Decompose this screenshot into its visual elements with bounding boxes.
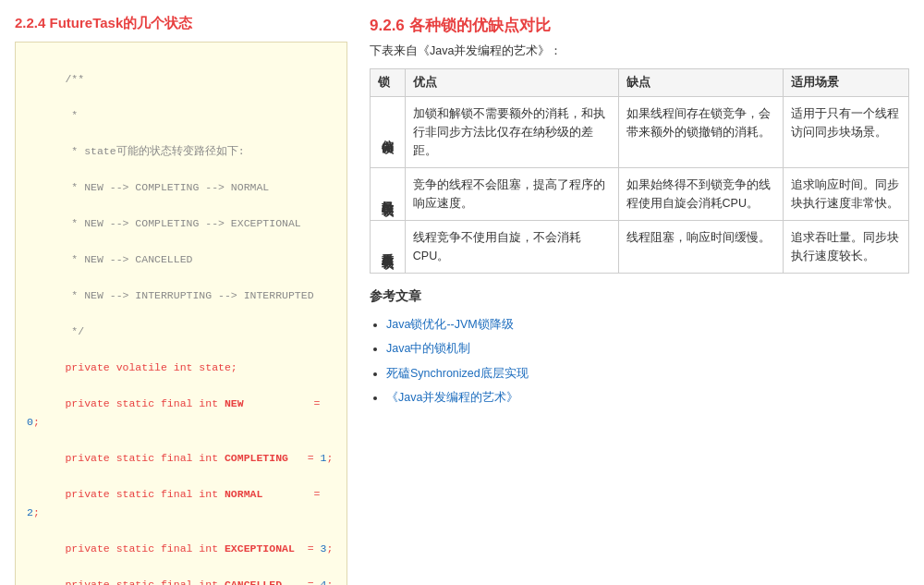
intro-text: 下表来自《Java并发编程的艺术》： — [370, 43, 909, 59]
code-comment-3: * state可能的状态转变路径如下: — [65, 145, 244, 157]
list-item: Java中的锁机制 — [386, 336, 909, 360]
code-comment-5: * NEW --> COMPLETING --> EXCEPTIONAL — [65, 217, 300, 229]
list-item: 《Java并发编程的艺术》 — [386, 385, 909, 409]
code-line-11: private static final int COMPLETING = 1; — [65, 452, 333, 464]
right-ref-title: 参考文章 — [370, 288, 909, 305]
code-comment-6: * NEW --> CANCELLED — [65, 253, 192, 265]
right-ref-link-3[interactable]: 死磕Synchronized底层实现 — [386, 367, 529, 380]
right-section-title: 9.2.6 各种锁的优缺点对比 — [370, 15, 909, 36]
right-ref-list: Java锁优化--JVM锁降级 Java中的锁机制 死磕Synchronized… — [370, 312, 909, 409]
lock-table: 锁 优点 缺点 适用场景 偏向锁 加锁和解锁不需要额外的消耗，和执行非同步方法比… — [370, 68, 909, 274]
col-header-con: 缺点 — [618, 69, 783, 97]
lock-name-3: 重量级锁 — [371, 221, 406, 274]
code-block: /** * * state可能的状态转变路径如下: * NEW --> COMP… — [15, 42, 347, 585]
lock-use-1: 适用于只有一个线程访问同步块场景。 — [783, 97, 908, 168]
code-line-12: private static final int NORMAL = 2; — [27, 488, 326, 518]
left-column: 2.2.4 FutureTask的几个状态 /** * * state可能的状态… — [15, 15, 347, 585]
code-comment-8: */ — [65, 325, 84, 337]
code-line-10: private static final int NEW = 0; — [27, 397, 326, 428]
lock-con-1: 如果线程间存在锁竞争，会带来额外的锁撤销的消耗。 — [618, 97, 783, 168]
code-comment-2: * — [65, 109, 78, 121]
lock-use-3: 追求吞吐量。同步块执行速度较长。 — [783, 221, 908, 274]
right-column: 9.2.6 各种锁的优缺点对比 下表来自《Java并发编程的艺术》： 锁 优点 … — [370, 15, 909, 409]
col-header-lock: 锁 — [371, 69, 406, 97]
table-row: 轻量级锁 竞争的线程不会阻塞，提高了程序的响应速度。 如果始终得不到锁竞争的线程… — [371, 168, 909, 221]
col-header-pro: 优点 — [405, 69, 618, 97]
table-row: 重量级锁 线程竞争不使用自旋，不会消耗CPU。 线程阻塞，响应时间缓慢。 追求吞… — [371, 221, 909, 274]
right-ref-link-1[interactable]: Java锁优化--JVM锁降级 — [386, 318, 514, 331]
lock-pro-2: 竞争的线程不会阻塞，提高了程序的响应速度。 — [405, 168, 618, 221]
right-ref-link-2[interactable]: Java中的锁机制 — [386, 342, 470, 355]
lock-pro-1: 加锁和解锁不需要额外的消耗，和执行非同步方法比仅存在纳秒级的差距。 — [405, 97, 618, 168]
table-header-row: 锁 优点 缺点 适用场景 — [371, 69, 909, 97]
right-ref-link-4[interactable]: 《Java并发编程的艺术》 — [386, 391, 518, 404]
main-layout: 2.2.4 FutureTask的几个状态 /** * * state可能的状态… — [15, 15, 909, 585]
list-item: 死磕Synchronized底层实现 — [386, 361, 909, 385]
code-comment-1: /** — [65, 73, 84, 85]
lock-con-2: 如果始终得不到锁竞争的线程使用自旋会消耗CPU。 — [618, 168, 783, 221]
code-line-14: private static final int CANCELLED = 4; — [65, 579, 333, 585]
lock-name-2: 轻量级锁 — [371, 168, 406, 221]
code-line-13: private static final int EXCEPTIONAL = 3… — [65, 542, 333, 555]
lock-use-2: 追求响应时间。同步块执行速度非常快。 — [783, 168, 908, 221]
code-comment-7: * NEW --> INTERRUPTING --> INTERRUPTED — [65, 289, 313, 301]
col-header-use: 适用场景 — [783, 69, 908, 97]
lock-pro-3: 线程竞争不使用自旋，不会消耗CPU。 — [405, 221, 618, 274]
lock-con-3: 线程阻塞，响应时间缓慢。 — [618, 221, 783, 274]
lock-name-1: 偏向锁 — [371, 97, 406, 168]
list-item: Java锁优化--JVM锁降级 — [386, 312, 909, 336]
table-row: 偏向锁 加锁和解锁不需要额外的消耗，和执行非同步方法比仅存在纳秒级的差距。 如果… — [371, 97, 909, 168]
code-line-9: private volatile int state; — [65, 361, 237, 373]
left-section-title: 2.2.4 FutureTask的几个状态 — [15, 15, 347, 32]
code-comment-4: * NEW --> COMPLETING --> NORMAL — [65, 181, 269, 193]
